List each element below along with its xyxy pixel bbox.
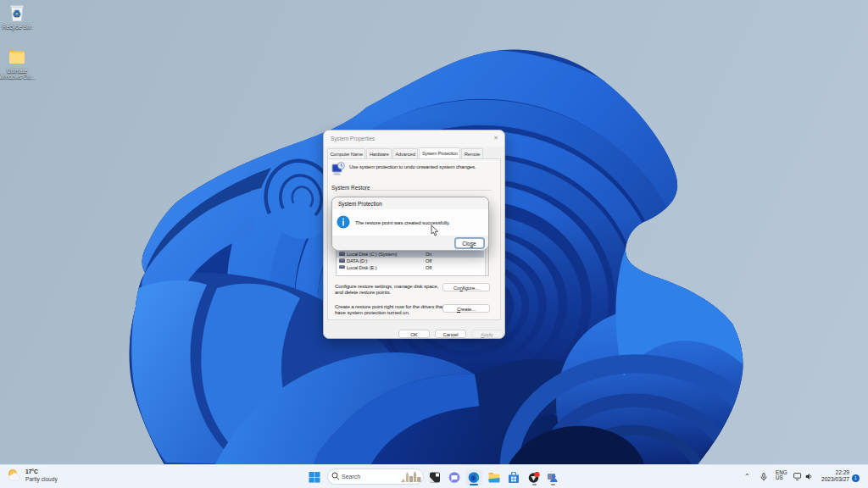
svg-text:♻: ♻ bbox=[13, 8, 21, 19]
